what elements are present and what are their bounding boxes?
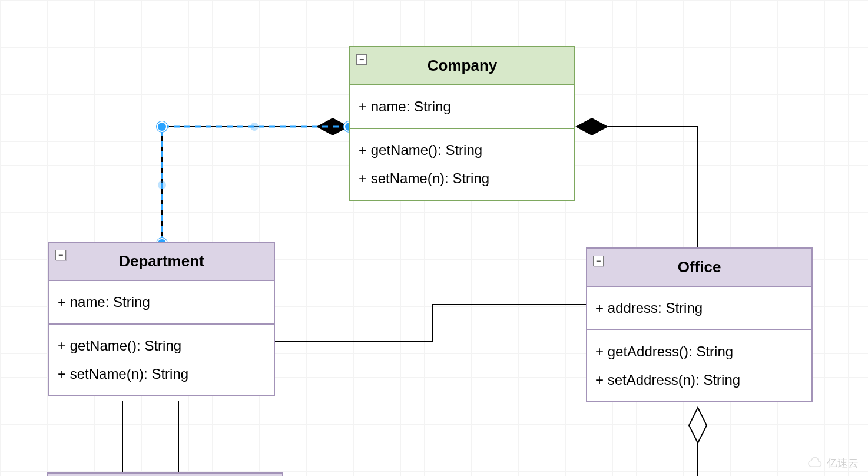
diagram-canvas[interactable]: − Company + name: String + getName(): St…	[0, 0, 868, 476]
selection-midpoint[interactable]	[158, 181, 166, 189]
method-row[interactable]: + setAddress(n): String	[595, 366, 803, 394]
method-row[interactable]: + setName(n): String	[58, 360, 266, 388]
methods-section: + getAddress(): String + setAddress(n): …	[587, 329, 811, 401]
minus-icon: −	[359, 55, 364, 64]
attribute-row[interactable]: + name: String	[359, 92, 566, 121]
class-name-label: Company	[428, 57, 497, 74]
collapse-button[interactable]: −	[593, 256, 604, 266]
method-row[interactable]: + getName(): String	[58, 332, 266, 360]
selection-midpoint[interactable]	[250, 123, 259, 131]
attributes-section: + address: String	[587, 286, 811, 329]
watermark: 亿速云	[807, 456, 859, 470]
connector-company-office[interactable]	[575, 118, 698, 247]
methods-section: + getName(): String + setName(n): String	[350, 128, 574, 200]
class-name-label: Department	[119, 252, 204, 270]
watermark-text: 亿速云	[827, 456, 859, 470]
collapse-button[interactable]: −	[55, 250, 66, 260]
method-row[interactable]: + setName(n): String	[359, 164, 566, 193]
class-title: − Company	[350, 47, 574, 84]
class-title: − Department	[49, 243, 274, 280]
class-department[interactable]: − Department + name: String + getName():…	[48, 242, 275, 396]
minus-icon: −	[596, 257, 601, 265]
collapse-button[interactable]: −	[356, 54, 367, 65]
methods-section: + getName(): String + setName(n): String	[49, 323, 274, 395]
class-company[interactable]: − Company + name: String + getName(): St…	[349, 46, 575, 201]
cloud-icon	[807, 457, 823, 469]
class-name-label: Office	[678, 258, 721, 276]
svg-rect-0	[47, 473, 283, 476]
minus-icon: −	[58, 251, 63, 259]
connector-office-aggregation[interactable]	[689, 408, 707, 476]
class-office[interactable]: − Office + address: String + getAddress(…	[586, 247, 813, 402]
attributes-section: + name: String	[49, 280, 274, 323]
selection-endpoint[interactable]	[157, 121, 167, 132]
method-row[interactable]: + getAddress(): String	[595, 338, 803, 366]
partial-box-bottom	[47, 473, 283, 476]
class-title: − Office	[587, 249, 811, 286]
attributes-section: + name: String	[350, 84, 574, 128]
attribute-row[interactable]: + address: String	[595, 294, 803, 322]
connector-company-department[interactable]	[162, 118, 349, 242]
attribute-row[interactable]: + name: String	[58, 288, 266, 316]
method-row[interactable]: + getName(): String	[359, 136, 566, 164]
connector-department-office[interactable]	[275, 305, 586, 342]
